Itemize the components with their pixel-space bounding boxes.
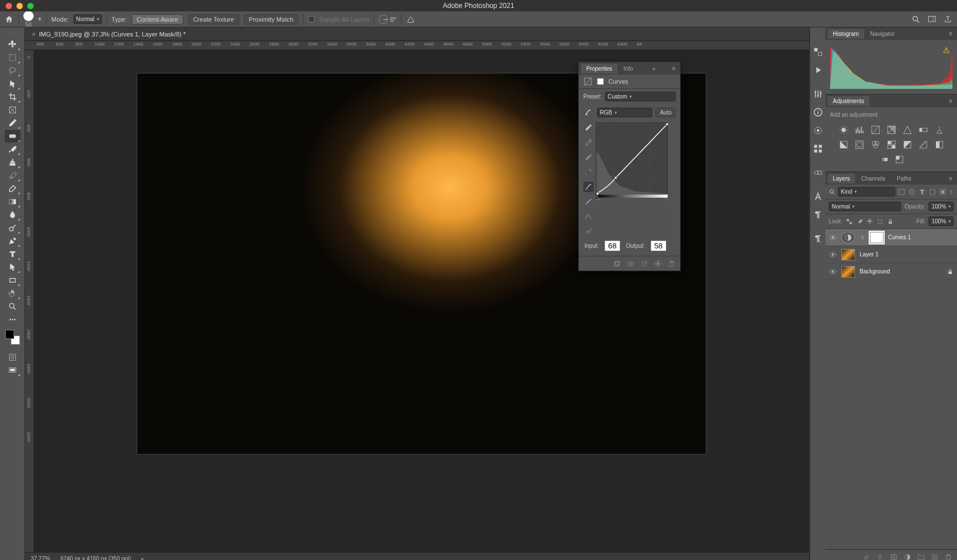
exposure-icon[interactable] [886, 125, 897, 135]
threshold-icon[interactable] [934, 140, 945, 150]
on-image-tool[interactable] [583, 122, 594, 133]
filter-smart-icon[interactable] [939, 188, 947, 196]
share-icon[interactable] [943, 15, 952, 24]
vibrance-icon[interactable] [902, 125, 913, 135]
posterize-icon[interactable] [918, 140, 929, 150]
channel-dropdown[interactable]: RGB [597, 108, 652, 117]
angle-input[interactable]: 0° [379, 15, 396, 24]
clip-to-layer-icon[interactable] [613, 260, 621, 268]
tab-properties[interactable]: Properties [581, 64, 617, 73]
quick-mask-toggle[interactable] [5, 351, 21, 363]
type-create-texture[interactable]: Create Texture [188, 14, 239, 24]
gradient-tool[interactable] [5, 195, 21, 208]
layer-mask-thumbnail[interactable] [870, 232, 884, 243]
type-proximity-match[interactable]: Proximity Match [244, 14, 298, 24]
close-window[interactable] [6, 3, 12, 9]
targeted-adjustment-icon[interactable] [583, 107, 594, 117]
new-adjustment-layer-icon[interactable] [903, 553, 911, 561]
pen-tool[interactable] [5, 235, 21, 247]
vertical-ruler[interactable]: 0200400600800100012001400160018002000220… [25, 50, 34, 552]
lasso-tool[interactable] [5, 64, 21, 77]
histogram-warning-icon[interactable]: ⚠ [943, 46, 950, 55]
new-group-icon[interactable] [917, 553, 925, 561]
filter-adjustment-icon[interactable] [908, 188, 916, 196]
rectangle-tool[interactable] [5, 274, 21, 287]
filter-shape-icon[interactable] [929, 188, 936, 196]
photo-filter-icon[interactable] [854, 140, 865, 150]
layer-row-layer1[interactable]: Layer 1 [825, 246, 957, 263]
document-dimensions[interactable]: 6240 px x 4160 px (350 ppi) [60, 555, 131, 560]
panel-menu-icon[interactable]: ≡ [947, 97, 955, 104]
blend-mode-dropdown[interactable]: Normal [73, 14, 102, 24]
reset-icon[interactable] [640, 260, 648, 268]
tab-channels[interactable]: Channels [856, 174, 890, 183]
add-mask-icon[interactable] [890, 553, 898, 561]
layer-style-icon[interactable] [876, 553, 884, 561]
view-previous-state-icon[interactable] [627, 260, 635, 268]
white-point-sampler[interactable] [583, 137, 594, 148]
color-lookup-icon[interactable] [886, 140, 897, 150]
delete-adjustment-icon[interactable] [668, 260, 676, 268]
link-layers-icon[interactable] [862, 553, 870, 561]
canvas-area[interactable] [34, 50, 809, 552]
marquee-tool[interactable] [5, 51, 21, 64]
type-tool[interactable] [5, 248, 21, 260]
tab-adjustments[interactable]: Adjustments [828, 96, 869, 106]
black-point-sampler[interactable] [583, 167, 594, 177]
type-content-aware[interactable]: Content-Aware [132, 14, 183, 24]
history-brush-tool[interactable] [5, 169, 21, 182]
move-tool[interactable] [5, 38, 21, 51]
layer-name[interactable]: Curves 1 [888, 234, 911, 240]
lock-position-icon[interactable] [866, 218, 873, 225]
edit-points-tool[interactable] [583, 182, 594, 192]
brightness-contrast-icon[interactable] [838, 125, 849, 135]
fill-value[interactable]: 100% [929, 216, 954, 226]
color-swatch[interactable] [5, 330, 20, 345]
filter-toggle-switch[interactable] [949, 189, 954, 195]
visibility-toggle-icon[interactable] [829, 251, 837, 259]
clone-stamp-tool[interactable] [5, 156, 21, 169]
auto-button[interactable]: Auto [656, 108, 676, 117]
levels-icon[interactable] [854, 125, 865, 135]
rail-collapse-handle[interactable]: ·· [814, 31, 821, 39]
layer-thumbnail[interactable] [841, 266, 855, 277]
panel-menu-icon[interactable]: ≡ [947, 30, 955, 37]
adjustments-panel-icon[interactable] [813, 89, 823, 99]
minimize-window[interactable] [17, 3, 23, 9]
panel-menu-icon[interactable]: ≡ [670, 65, 678, 72]
brush-preview[interactable]: 50 [23, 11, 34, 28]
black-white-icon[interactable] [838, 140, 849, 150]
lock-all-icon[interactable] [887, 218, 894, 225]
foreground-color[interactable] [5, 330, 14, 339]
properties-panel[interactable]: Properties Info » ≡ Curves Preset: Custo… [578, 62, 681, 271]
curves-graph[interactable] [596, 122, 668, 194]
actions-panel-icon[interactable] [813, 65, 823, 75]
info-panel-icon[interactable] [813, 107, 823, 117]
quick-selection-tool[interactable] [5, 77, 21, 90]
libraries-panel-icon[interactable] [813, 167, 823, 178]
curves-input-value[interactable] [604, 240, 620, 251]
path-selection-tool[interactable] [5, 261, 21, 273]
swatches-panel-icon[interactable] [813, 144, 823, 154]
frame-tool[interactable] [5, 104, 21, 116]
blur-tool[interactable] [5, 209, 21, 221]
channel-mixer-icon[interactable] [870, 140, 881, 150]
zoom-level[interactable]: 37,27% [31, 555, 50, 560]
layer-name[interactable]: Layer 1 [860, 251, 878, 257]
panel-collapse-handle[interactable]: ·· [9, 30, 16, 38]
gradient-map-icon[interactable] [878, 154, 889, 165]
visibility-toggle-icon[interactable] [829, 268, 837, 276]
hand-tool[interactable] [5, 287, 21, 300]
gray-point-sampler[interactable] [583, 152, 594, 162]
tab-navigator[interactable]: Navigator [865, 29, 900, 39]
filter-pixel-icon[interactable] [898, 188, 906, 196]
lock-pixels-icon[interactable] [856, 218, 863, 225]
visibility-toggle-icon[interactable] [829, 234, 837, 242]
input-slider[interactable] [596, 194, 668, 200]
tab-layers[interactable]: Layers [828, 174, 855, 183]
home-icon[interactable] [5, 15, 14, 24]
edit-toolbar[interactable] [5, 313, 21, 326]
layer-thumbnail[interactable] [841, 249, 855, 260]
status-expand-icon[interactable]: ▸ [141, 555, 144, 560]
layer-name[interactable]: Background [860, 268, 890, 275]
